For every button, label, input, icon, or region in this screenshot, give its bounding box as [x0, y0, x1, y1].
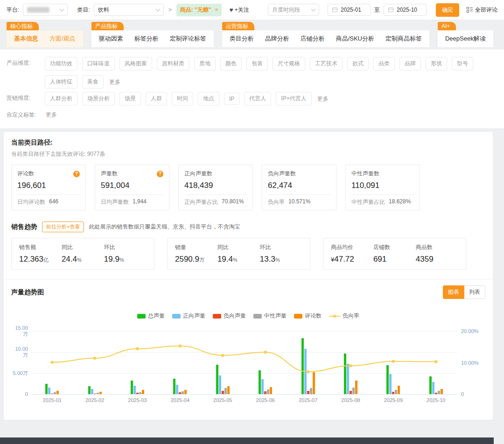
filter-chip-型号[interactable]: 型号 — [452, 57, 473, 70]
more-link[interactable]: 更多 — [46, 109, 57, 121]
filter-chip-原料材质[interactable]: 原料材质 — [157, 57, 189, 70]
tab-基本信息[interactable]: 基本信息 — [14, 35, 38, 43]
legend-item-negative-rate[interactable]: 负向率 — [329, 312, 359, 320]
filter-chip-IP+代言人[interactable]: IP+代言人 — [276, 92, 311, 105]
tab-group-3: AI+DeepSeek解读 — [438, 22, 493, 47]
legend-label: 总声量 — [148, 312, 165, 320]
date-from-input[interactable]: 2025-01 — [328, 4, 371, 16]
metric-card-声量数: 声量数?591,004日均声量数1,944 — [95, 165, 169, 210]
tab-标签分析[interactable]: 标签分析 — [134, 35, 159, 43]
category-path-subtitle: 当前类目路径下去除无效评论: 9077条 — [11, 150, 485, 158]
tab-DeepSeek解读[interactable]: DeepSeek解读 — [445, 35, 486, 43]
legend-item-positive-volume[interactable]: 正向声量 — [172, 312, 205, 320]
tab-类目分析[interactable]: 类目分析 — [230, 35, 254, 43]
legend-item-comment-count[interactable]: 评论数 — [294, 312, 322, 320]
filter-chip-IP[interactable]: IP — [224, 93, 239, 105]
tab-group-0: 核心指标基本信息方面/观点 — [7, 22, 83, 47]
metric-card-value: 591,004 — [101, 181, 163, 190]
toggle-列表[interactable]: 列表 — [464, 285, 485, 299]
point-negative-rate[interactable] — [264, 351, 267, 354]
point-negative-rate[interactable] — [51, 361, 54, 364]
filter-chip-品牌[interactable]: 品牌 — [399, 57, 421, 70]
metric-card-head: 负向声量数 — [268, 170, 330, 178]
follow-button[interactable]: ♥ +关注 — [229, 6, 249, 14]
filter-chip-颜色[interactable]: 颜色 — [220, 57, 242, 70]
line-negative-rate[interactable] — [11, 326, 484, 409]
more-link[interactable]: 更多 — [109, 76, 120, 88]
volume-trend-chart[interactable]: 05.00万10.00万15.00万010.00%20.00%2025-0120… — [11, 326, 485, 409]
point-negative-rate[interactable] — [392, 360, 395, 363]
tab-驱动因素[interactable]: 驱动因素 — [99, 35, 123, 43]
point-negative-rate[interactable] — [307, 370, 309, 373]
tab-店铺分析[interactable]: 店铺分析 — [301, 35, 325, 43]
filter-chip-包装[interactable]: 包装 — [246, 57, 268, 70]
filter-chip-款式[interactable]: 款式 — [347, 57, 369, 70]
metric-card-footer: 负向率10.571% — [268, 194, 330, 206]
tab-品牌分析[interactable]: 品牌分析 — [265, 35, 289, 43]
toggle-图表[interactable]: 图表 — [443, 285, 464, 299]
legend-item-negative-volume[interactable]: 负向声量 — [213, 312, 246, 320]
date-range-separator: 至 — [374, 6, 380, 14]
filter-chip-风格图案[interactable]: 风格图案 — [119, 57, 152, 70]
dimension-filter-panel: 产品维度:功能功效口味味道风格图案原料材质质地颜色包装尺寸规格工艺技术款式品类品… — [0, 49, 504, 128]
category-select[interactable]: 饮料 — [94, 4, 164, 16]
topbar-right: 月度时间段 2025-01 至 2025-10 确定 全部评论 — [268, 3, 497, 17]
platform-select[interactable] — [23, 4, 68, 16]
category-path-title: 当前类目路径: — [11, 139, 485, 147]
tab-方面/观点[interactable]: 方面/观点 — [49, 35, 76, 43]
go-analyze-button[interactable]: 前往分析+查看 — [42, 222, 84, 232]
point-negative-rate[interactable] — [136, 347, 139, 350]
sales-metric-value: 12.363亿 — [19, 255, 62, 264]
tab-定制评论标签[interactable]: 定制评论标签 — [170, 35, 206, 43]
date-to-value: 2025-10 — [397, 7, 417, 13]
legend-item-total-volume[interactable]: 总声量 — [137, 312, 165, 320]
all-comments-button[interactable]: 全部评论 — [467, 6, 497, 14]
filter-chip-品类[interactable]: 品类 — [373, 57, 395, 70]
sales-metric-销量: 销量2590.9万 — [175, 243, 217, 264]
legend-item-neutral-volume[interactable]: 中性声量 — [253, 312, 287, 320]
tab-定制商品标签[interactable]: 定制商品标签 — [385, 35, 422, 43]
filter-chip-质地[interactable]: 质地 — [194, 57, 216, 70]
metric-card-footer: 日均评论数646 — [17, 194, 80, 206]
filter-chip-口味味道[interactable]: 口味味道 — [82, 57, 115, 70]
product-keyword-tag[interactable]: 商品: "无糖" × — [176, 4, 222, 16]
metric-card-foot-label: 负向率 — [268, 198, 285, 206]
period-select[interactable]: 月度时间段 — [268, 4, 319, 16]
confirm-button[interactable]: 确定 — [436, 3, 459, 17]
value-unit: % — [275, 257, 280, 263]
point-negative-rate[interactable] — [221, 354, 224, 357]
metric-card-title: 声量数 — [101, 170, 118, 178]
filter-row-label: 自定义标签: — [7, 109, 40, 121]
filter-chip-尺寸规格[interactable]: 尺寸规格 — [273, 57, 305, 70]
filter-chip-工艺技术[interactable]: 工艺技术 — [310, 57, 343, 70]
all-comments-label: 全部评论 — [475, 6, 497, 14]
volume-chart-header: 声量趋势图 图表列表 — [11, 285, 485, 299]
filter-chip-人群[interactable]: 人群 — [146, 92, 167, 105]
filter-row-0: 产品维度:功能功效口味味道风格图案原料材质质地颜色包装尺寸规格工艺技术款式品类品… — [7, 57, 497, 89]
help-icon[interactable]: ? — [73, 171, 80, 177]
date-to-input[interactable]: 2025-10 — [384, 4, 427, 16]
filter-chip-时间[interactable]: 时间 — [172, 92, 193, 105]
sales-card-0: 销售额12.363亿同比24.4%环比19.9% — [11, 238, 154, 270]
point-negative-rate[interactable] — [179, 345, 182, 347]
filter-chip-人群分析[interactable]: 人群分析 — [45, 92, 77, 105]
point-negative-rate[interactable] — [434, 360, 437, 363]
tag-close-icon[interactable]: × — [215, 7, 218, 13]
filter-chip-代言人[interactable]: 代言人 — [244, 92, 271, 105]
sales-card-2: 商品均价¥47.72店铺数691商品数4359 — [323, 238, 466, 270]
point-negative-rate[interactable] — [349, 364, 352, 367]
point-negative-rate[interactable] — [93, 357, 96, 360]
product-keyword-tag-label: 商品: "无糖" — [180, 6, 211, 14]
filter-chip-功能功效[interactable]: 功能功效 — [45, 57, 77, 70]
filter-chip-形状[interactable]: 形状 — [426, 57, 447, 70]
tab-group-badge: 产品指标 — [91, 22, 124, 30]
filter-chip-场景分析[interactable]: 场景分析 — [82, 92, 115, 105]
filter-chip-场景[interactable]: 场景 — [119, 92, 141, 105]
help-icon[interactable]: ? — [157, 171, 163, 177]
more-link[interactable]: 更多 — [317, 93, 329, 105]
sales-metric-label: 店铺数 — [373, 243, 416, 251]
filter-chip-美食[interactable]: 美食 — [82, 75, 104, 89]
tab-商品/SKU分析[interactable]: 商品/SKU分析 — [336, 35, 374, 43]
filter-chip-人体特征[interactable]: 人体特征 — [45, 75, 77, 89]
filter-chip-地点[interactable]: 地点 — [198, 92, 219, 105]
